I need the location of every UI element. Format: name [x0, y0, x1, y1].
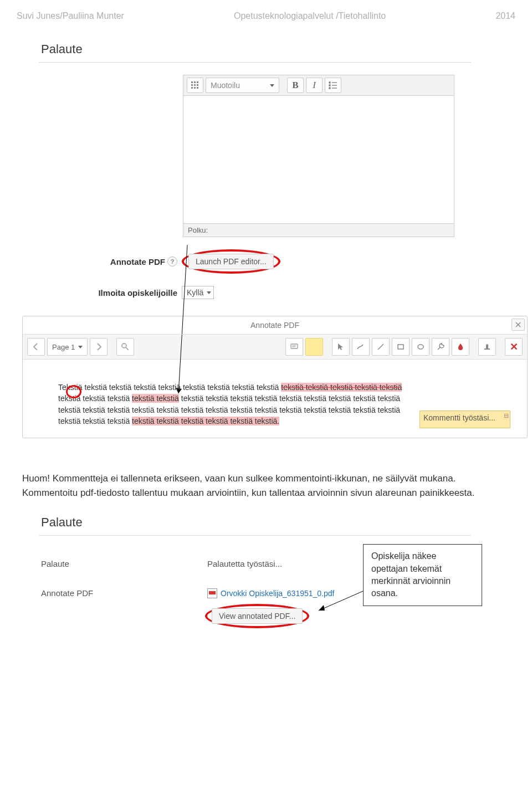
highlight-line-tool-button[interactable]	[432, 338, 449, 356]
chevron-right-icon	[94, 342, 103, 351]
grid-icon	[191, 81, 199, 89]
bullet-list-button[interactable]	[325, 78, 341, 93]
x-icon: ✕	[510, 341, 518, 353]
pdf-page[interactable]: Tekstiä tekstiä tekstiä tekstiä tekstiä …	[23, 360, 527, 438]
stamp-icon	[483, 342, 492, 351]
next-page-button[interactable]	[90, 338, 108, 356]
rectangle-icon	[396, 342, 405, 351]
chevron-down-icon	[207, 291, 211, 294]
search-icon	[121, 342, 130, 351]
svg-line-18	[126, 347, 129, 350]
comment-close-icon[interactable]: ⊟	[504, 412, 509, 419]
annotate-pdf-row: Annotate PDF ? Launch PDF editor...	[39, 249, 471, 274]
header-right: 2014	[495, 11, 515, 21]
feedback-value: Palautetta työstäsi...	[207, 559, 282, 568]
format-label: Muotoilu	[211, 81, 240, 90]
close-button[interactable]	[511, 319, 525, 331]
svg-rect-25	[484, 348, 490, 350]
callout-arrow	[316, 588, 366, 616]
svg-marker-29	[319, 605, 325, 611]
editor-toolbar: Muotoilu B I	[183, 75, 454, 95]
oval-icon	[416, 342, 425, 351]
wrench-icon	[436, 342, 445, 351]
close-icon	[515, 322, 521, 327]
list-icon	[329, 81, 337, 90]
color-tool-button[interactable]	[452, 338, 469, 356]
highlight-annotation: tekstiä tekstiä tekstiä tekstiä tekstiä …	[132, 417, 279, 425]
svg-rect-1	[194, 81, 196, 83]
pen-tool-button[interactable]	[352, 338, 370, 356]
annotation-highlight-oval: Launch PDF editor...	[182, 249, 280, 274]
feedback-label: Palaute	[41, 559, 207, 568]
delete-annotation-button[interactable]: ✕	[505, 338, 523, 356]
text-segment: tekstiä tekstiä tekstiä tekstiä tekstiä …	[58, 406, 400, 414]
bold-button[interactable]: B	[287, 78, 304, 93]
page-label: Page 1	[52, 343, 75, 351]
page-header: Suvi Junes/Pauliina Munter Opetusteknolo…	[17, 11, 515, 21]
rich-text-editor: Muotoilu B I Polku:	[183, 75, 454, 237]
annotate-label: Annotate PDF	[41, 588, 207, 598]
italic-button[interactable]: I	[306, 78, 323, 93]
line-tool-button[interactable]	[372, 338, 390, 356]
svg-rect-23	[398, 345, 403, 349]
svg-rect-2	[197, 81, 198, 83]
highlight-annotation: tekstiä tekstiä	[132, 394, 179, 403]
svg-rect-8	[197, 87, 198, 89]
svg-rect-19	[291, 344, 298, 348]
svg-point-27	[486, 344, 488, 346]
svg-point-24	[418, 345, 423, 349]
view-annotated-pdf-button[interactable]: View annotated PDF...	[212, 608, 303, 624]
drop-icon	[456, 342, 465, 351]
svg-rect-4	[194, 84, 196, 86]
callout-box: Opiskelija näkee opettajan tekemät merki…	[363, 544, 482, 606]
launch-pdf-editor-button[interactable]: Launch PDF editor...	[188, 254, 274, 269]
editor-path: Polku:	[183, 224, 454, 237]
instruction-text: Huom! Kommentteja ei tallenneta erikseen…	[22, 471, 510, 500]
pdf-toolbar: Page 1	[23, 335, 527, 360]
comment-annotation[interactable]: ⊟ Kommentti työstäsi...	[420, 411, 510, 428]
header-center: Opetusteknologiapalvelut /Tietohallinto	[234, 11, 386, 21]
pdf-window-title: Annotate PDF	[250, 321, 299, 330]
annotation-circle	[66, 385, 81, 398]
notify-label: Ilmoita opiskelijoille	[98, 288, 177, 298]
annotate-pdf-window: Annotate PDF Page 1	[22, 316, 528, 438]
pen-icon	[356, 342, 365, 351]
svg-line-22	[378, 344, 383, 350]
svg-rect-7	[194, 87, 196, 89]
svg-point-13	[329, 88, 330, 89]
svg-rect-6	[191, 87, 193, 89]
chevron-left-icon	[32, 342, 40, 351]
comment-tool-button[interactable]	[285, 338, 303, 356]
format-dropdown[interactable]: Muotoilu	[206, 78, 279, 93]
page-select[interactable]: Page 1	[47, 338, 88, 356]
cursor-icon	[336, 342, 345, 351]
prev-page-button[interactable]	[27, 338, 45, 356]
feedback-readonly-panel: Palaute Palaute Palautetta työstäsi... A…	[39, 511, 471, 628]
svg-rect-3	[191, 84, 193, 86]
chevron-down-icon	[270, 84, 274, 87]
notify-row: Ilmoita opiskelijoille Kyllä	[39, 286, 471, 299]
svg-line-28	[319, 591, 363, 611]
svg-point-9	[329, 82, 330, 83]
rectangle-tool-button[interactable]	[392, 338, 410, 356]
chevron-down-icon	[78, 346, 83, 348]
highlight-tool-button[interactable]	[305, 338, 323, 356]
notify-value: Kyllä	[187, 288, 203, 297]
feedback-title: Palaute	[39, 38, 471, 63]
select-tool-button[interactable]	[332, 338, 350, 356]
show-more-buttons[interactable]	[187, 78, 203, 93]
text-segment: tekstiä tekstiä tekstiä tekstiä tekstiä …	[181, 394, 400, 403]
text-segment: tekstiä tekstiä tekstiä tekstiä tekstiä …	[84, 383, 279, 392]
annotate-pdf-label: Annotate PDF	[110, 257, 165, 266]
strikethrough-annotation: tekstiä tekstiä tekstiä tekstiä tekstiä	[281, 383, 402, 392]
help-icon[interactable]: ?	[167, 257, 177, 266]
callout-text: Opiskelija näkee opettajan tekemät merki…	[371, 551, 451, 598]
stamp-tool-button[interactable]	[478, 338, 496, 356]
pdf-icon	[207, 588, 217, 598]
text-segment: tekstiä tekstiä tekstiä	[58, 417, 130, 425]
editor-textarea[interactable]	[183, 95, 454, 224]
search-comments-button[interactable]	[116, 338, 134, 356]
oval-tool-button[interactable]	[412, 338, 429, 356]
feedback-title-2: Palaute	[39, 511, 471, 536]
feedback-panel: Palaute Muotoilu B I	[39, 38, 471, 299]
